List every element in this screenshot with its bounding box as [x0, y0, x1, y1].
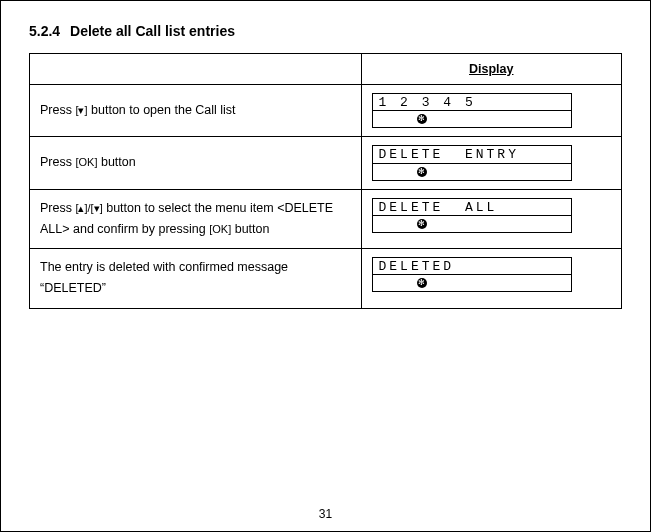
lcd-display: DELETE ENTRY ✻ — [372, 145, 572, 180]
instr-text: button — [235, 222, 270, 236]
instr-text: The entry is deleted with confirmed mess… — [40, 260, 288, 295]
table-row: Press [OK] button DELETE ENTRY ✻ — [30, 137, 622, 189]
header-display: Display — [361, 54, 621, 85]
bluetooth-icon: ✻ — [417, 219, 427, 229]
ok-button-symbol: [OK] — [209, 223, 231, 235]
lcd-line1: DELETE ENTRY — [373, 146, 571, 163]
instr-text: button to open the Call list — [91, 103, 236, 117]
down-button-symbol: [▾] — [75, 101, 87, 120]
lcd-display: 1 2 3 4 5 ✻ — [372, 93, 572, 128]
table-row: Press [▴]/[▾] button to select the menu … — [30, 189, 622, 249]
display-cell: 1 2 3 4 5 ✻ — [361, 85, 621, 137]
ok-button-symbol: [OK] — [75, 156, 97, 168]
bluetooth-icon: ✻ — [417, 114, 427, 124]
bluetooth-icon: ✻ — [417, 167, 427, 177]
lcd-line1: DELETE ALL — [373, 199, 571, 216]
table-row: The entry is deleted with confirmed mess… — [30, 249, 622, 309]
lcd-line1: DELETED — [373, 258, 571, 275]
instruction-cell: The entry is deleted with confirmed mess… — [30, 249, 362, 309]
lcd-line2: ✻ — [373, 111, 571, 127]
lcd-line2: ✻ — [373, 216, 571, 232]
lcd-line2: ✻ — [373, 275, 571, 291]
lcd-line2: ✻ — [373, 164, 571, 180]
up-down-button-symbol: [▴]/[▾] — [75, 199, 102, 218]
display-cell: DELETED ✻ — [361, 249, 621, 309]
table-row: Press [▾] button to open the Call list 1… — [30, 85, 622, 137]
lcd-display: DELETED ✻ — [372, 257, 572, 292]
table-header-row: Display — [30, 54, 622, 85]
page-number: 31 — [1, 507, 650, 521]
instruction-cell: Press [▾] button to open the Call list — [30, 85, 362, 137]
instr-text: button — [101, 155, 136, 169]
instruction-table: Display Press [▾] button to open the Cal… — [29, 53, 622, 309]
header-empty — [30, 54, 362, 85]
instr-text: Press — [40, 155, 75, 169]
lcd-display: DELETE ALL ✻ — [372, 198, 572, 233]
instruction-cell: Press [▴]/[▾] button to select the menu … — [30, 189, 362, 249]
display-cell: DELETE ENTRY ✻ — [361, 137, 621, 189]
display-cell: DELETE ALL ✻ — [361, 189, 621, 249]
instr-text: Press — [40, 103, 75, 117]
instr-text: Press — [40, 201, 75, 215]
instruction-cell: Press [OK] button — [30, 137, 362, 189]
lcd-line1: 1 2 3 4 5 — [373, 94, 571, 111]
manual-page: 5.2.4 Delete all Call list entries Displ… — [0, 0, 651, 532]
section-number: 5.2.4 — [29, 23, 60, 39]
section-title: Delete all Call list entries — [70, 23, 235, 39]
bluetooth-icon: ✻ — [417, 278, 427, 288]
section-heading: 5.2.4 Delete all Call list entries — [29, 23, 622, 39]
